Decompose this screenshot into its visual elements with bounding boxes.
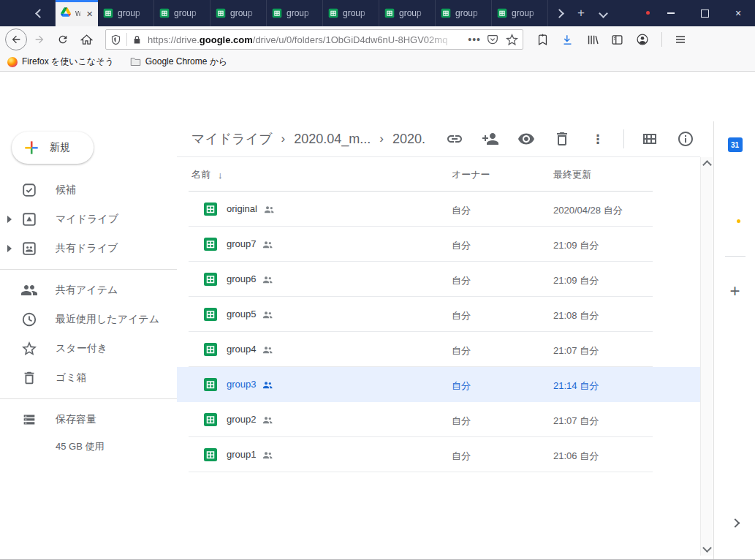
bookmarks-menu-icon[interactable] <box>536 34 549 46</box>
file-row[interactable]: group2 自分 21:07 自分 <box>177 402 700 437</box>
get-addons-button[interactable]: + <box>729 281 740 301</box>
grid-view-button[interactable] <box>641 130 659 148</box>
sheets-file-icon <box>203 377 218 392</box>
sheets-file-icon <box>203 447 218 465</box>
bookmark-star-icon[interactable] <box>506 34 518 46</box>
more-actions-button[interactable]: ⋮ <box>589 130 607 148</box>
sidebar-item[interactable]: 共有ドライブ <box>0 234 177 263</box>
sheets-file-icon <box>203 342 218 357</box>
file-row[interactable]: group6 自分 21:09 自分 <box>177 262 700 297</box>
sheets-file-icon <box>216 8 226 18</box>
content-scrollbar[interactable] <box>700 157 713 556</box>
page-actions-icon[interactable]: ••• <box>468 34 481 45</box>
delete-button[interactable] <box>553 130 571 148</box>
sheet-tab-title: group <box>512 8 542 18</box>
sheet-tab[interactable]: group <box>267 0 323 26</box>
scroll-down-icon[interactable] <box>702 543 712 553</box>
chevron-left-icon <box>35 9 45 18</box>
column-header-owner[interactable]: オーナー <box>452 168 490 181</box>
file-modified: 21:06 自分 <box>553 450 599 463</box>
file-modified: 21:09 自分 <box>553 274 599 287</box>
scroll-up-icon[interactable] <box>702 160 712 170</box>
breadcrumb: マイドライブ›2020.04_m...›2020. <box>191 130 425 148</box>
file-name: group2 <box>227 414 256 425</box>
expand-arrow-icon[interactable] <box>7 216 12 223</box>
home-button[interactable] <box>75 29 98 50</box>
back-button[interactable] <box>4 29 28 50</box>
drive-main: 新規 候補 マイドライブ 共有ドライブ 共有アイテム 最近使用したアイテム スタ… <box>0 121 755 559</box>
column-header-modified[interactable]: 最終更新 <box>553 168 591 181</box>
sidebar-item[interactable]: 保存容量 <box>0 405 177 434</box>
share-button[interactable] <box>482 130 499 148</box>
minimize-button[interactable] <box>654 0 688 26</box>
file-row[interactable]: group3 自分 21:14 自分 <box>177 367 700 402</box>
file-row[interactable]: group7 自分 21:09 自分 <box>177 227 700 262</box>
close-button[interactable]: × <box>721 0 755 26</box>
maximize-button[interactable] <box>688 0 721 26</box>
sidebar-item[interactable]: マイドライブ <box>0 205 177 234</box>
url-separator <box>126 33 127 46</box>
downloads-icon[interactable] <box>561 34 574 46</box>
column-header-name[interactable]: 名前↓ <box>191 168 223 181</box>
tab-close-icon[interactable]: × <box>86 8 93 19</box>
sidebar-item[interactable]: 共有アイテム <box>0 276 177 305</box>
reload-button[interactable] <box>51 29 75 50</box>
file-row[interactable]: original 自分 2020/04/28 自分 <box>177 192 700 227</box>
lock-icon <box>132 34 142 45</box>
account-icon[interactable] <box>636 33 649 46</box>
sheet-tab[interactable]: group <box>436 0 492 26</box>
sort-direction-icon[interactable]: ↓ <box>218 170 223 181</box>
file-row[interactable]: group4 自分 21:07 自分 <box>177 332 700 367</box>
tab-bar: wo × groupgroupgroupgroupgroupgroupgroup… <box>0 0 755 26</box>
breadcrumb-segment[interactable]: 2020. <box>392 132 425 147</box>
active-tab[interactable]: wo × <box>56 0 98 26</box>
sheet-tab[interactable]: group <box>379 0 436 26</box>
browser-window: wo × groupgroupgroupgroupgroupgroupgroup… <box>0 0 755 560</box>
forward-icon <box>34 34 45 45</box>
forward-button[interactable] <box>28 29 51 50</box>
new-tab-button[interactable]: + <box>570 0 592 26</box>
library-icon[interactable] <box>586 34 599 46</box>
sheet-tab[interactable]: group <box>492 0 548 26</box>
bookmark-label: Google Chrome から <box>145 56 228 68</box>
sidebar-item-label: マイドライブ <box>56 213 118 226</box>
pocket-icon[interactable] <box>487 34 498 45</box>
file-owner: 自分 <box>452 344 471 357</box>
file-name: group7 <box>227 238 256 249</box>
get-link-button[interactable] <box>446 130 463 148</box>
hide-side-panel-button[interactable] <box>732 516 738 529</box>
sidebar-item-label: 共有ドライブ <box>56 242 118 255</box>
sheet-tab[interactable]: group <box>210 0 267 26</box>
bookmark-item-firefox[interactable]: Firefox を使いこなそう <box>7 56 114 68</box>
file-name: group4 <box>227 344 256 355</box>
sheet-tab[interactable]: group <box>98 0 154 26</box>
tab-list-dropdown-button[interactable] <box>592 0 614 26</box>
tab-scroll-right-button[interactable] <box>548 0 570 26</box>
sidebar-item[interactable]: ゴミ箱 <box>0 363 177 393</box>
url-bar[interactable]: https://drive.google.com/drive/u/0/folde… <box>105 29 523 50</box>
breadcrumb-segment[interactable]: マイドライブ <box>191 130 273 148</box>
sidebar-item[interactable]: スター付き <box>0 334 177 363</box>
sidebar-toggle-icon[interactable] <box>611 34 623 46</box>
breadcrumb-segment[interactable]: 2020.04_m... <box>294 132 371 147</box>
bookmark-folder-chrome[interactable]: Google Chrome から <box>130 56 228 68</box>
sheet-tab[interactable]: group <box>154 0 210 26</box>
expand-arrow-icon[interactable] <box>7 245 12 252</box>
sidebar-divider <box>0 269 177 270</box>
sidebar-item[interactable]: 最近使用したアイテム <box>0 305 177 334</box>
toolbar-separator <box>661 32 662 47</box>
new-button[interactable]: 新規 <box>12 132 94 164</box>
file-row[interactable]: group5 自分 21:08 自分 <box>177 297 700 332</box>
sheets-file-icon <box>203 237 218 251</box>
drive-sidebar: 新規 候補 マイドライブ 共有ドライブ 共有アイテム 最近使用したアイテム スタ… <box>0 121 177 559</box>
google-calendar-icon[interactable]: 31 <box>728 137 743 152</box>
info-button[interactable] <box>677 130 694 148</box>
breadcrumb-chevron-icon: › <box>281 132 286 146</box>
preview-button[interactable] <box>517 130 535 148</box>
tab-scroll-left-button[interactable] <box>0 0 56 26</box>
sidebar-item[interactable]: 候補 <box>0 175 177 205</box>
file-row[interactable]: group1 自分 21:06 自分 <box>177 437 700 472</box>
back-icon <box>5 29 27 50</box>
sheet-tab[interactable]: group <box>323 0 379 26</box>
menu-icon[interactable] <box>675 34 686 45</box>
